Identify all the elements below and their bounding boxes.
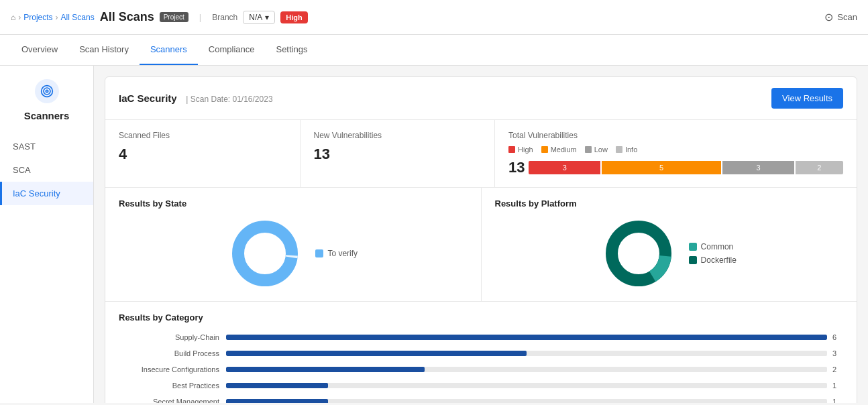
category-bar-wrap-best-practices: 1 — [226, 382, 843, 390]
svg-point-1 — [44, 88, 50, 95]
category-bar-fill-best-practices — [226, 383, 328, 388]
info-dot — [616, 146, 622, 153]
tab-compliance[interactable]: Compliance — [198, 35, 266, 65]
page-title: All Scans — [100, 10, 154, 24]
category-section: Results by Category Supply-Chain 6 Build… — [105, 302, 857, 403]
view-results-button[interactable]: View Results — [771, 88, 843, 109]
category-bar-bg-build-process — [226, 351, 827, 356]
total-vuln-box: Total Vulnerabilities High Medium Low — [495, 120, 857, 187]
category-count-supply-chain: 6 — [832, 333, 843, 341]
category-bar-bg-insecure-configs — [226, 367, 827, 372]
category-count-best-practices: 1 — [832, 382, 843, 390]
legend-medium: Medium — [541, 146, 577, 154]
top-bar-left: ⌂ › Projects › All Scans All Scans Proje… — [11, 10, 308, 24]
new-vuln-value: 13 — [314, 146, 482, 163]
results-by-platform-title: Results by Platform — [495, 198, 844, 209]
branch-select[interactable]: N/A ▾ — [243, 11, 275, 24]
results-by-state-title: Results by State — [119, 198, 468, 209]
tab-overview[interactable]: Overview — [11, 35, 68, 65]
category-bar-bg-best-practices — [226, 383, 827, 388]
legend-high-label: High — [518, 146, 533, 154]
severity-badge[interactable]: High — [280, 11, 307, 23]
category-label-supply-chain: Supply-Chain — [119, 333, 219, 341]
category-bar-wrap-secret-mgmt: 1 — [226, 398, 843, 403]
sidebar-item-sca[interactable]: SCA — [0, 158, 93, 182]
category-row-supply-chain: Supply-Chain 6 — [119, 333, 843, 341]
vuln-bar: 3 5 3 2 — [529, 161, 843, 174]
category-row-build-process: Build Process 3 — [119, 349, 843, 357]
scanner-card-header: IaC Security | Scan Date: 01/16/2023 Vie… — [105, 77, 857, 120]
vuln-total-num: 13 — [508, 159, 525, 176]
donut-platform-legend: Common Dockerfile — [689, 242, 737, 265]
total-vuln-label: Total Vulnerabilities — [508, 131, 843, 140]
donut-state-legend: To verify — [315, 249, 358, 258]
dockerfile-label: Dockerfile — [701, 255, 737, 265]
vuln-legend: High Medium Low Info — [508, 146, 843, 154]
legend-low-label: Low — [594, 146, 608, 154]
category-count-secret-mgmt: 1 — [832, 398, 843, 403]
donut-state-chart — [228, 217, 302, 290]
category-bar-wrap-supply-chain: 6 — [226, 333, 843, 341]
scanner-name: IaC Security — [119, 93, 177, 104]
results-by-platform-box: Results by Platform Common — [482, 188, 857, 301]
new-vuln-label: New Vulnerabilities — [314, 131, 482, 140]
breadcrumb-arrow-1: › — [18, 13, 21, 22]
common-dot — [689, 243, 697, 251]
sidebar-item-iac-security[interactable]: IaC Security — [0, 182, 93, 205]
breadcrumb-projects[interactable]: Projects — [23, 13, 52, 22]
donut-platform-container: Common Dockerfile — [495, 217, 844, 290]
category-bar-wrap-insecure-configs: 2 — [226, 365, 843, 373]
branch-value: N/A — [249, 13, 262, 22]
category-count-build-process: 3 — [832, 349, 843, 357]
scanners-icon — [35, 79, 59, 103]
content-area: IaC Security | Scan Date: 01/16/2023 Vie… — [94, 66, 868, 403]
legend-high: High — [508, 146, 533, 154]
tab-scan-history[interactable]: Scan History — [68, 35, 140, 65]
tab-settings[interactable]: Settings — [265, 35, 318, 65]
separator-1: | — [199, 12, 201, 22]
category-bar-fill-secret-mgmt — [226, 399, 328, 403]
category-bar-fill-insecure-configs — [226, 367, 425, 372]
category-bars: Supply-Chain 6 Build Process — [119, 333, 843, 403]
category-bar-bg-secret-mgmt — [226, 399, 827, 403]
category-title: Results by Category — [119, 312, 843, 323]
home-icon[interactable]: ⌂ — [11, 13, 15, 22]
dockerfile-dot — [689, 256, 697, 264]
vuln-bar-row: 13 3 5 3 2 — [508, 159, 843, 176]
vuln-seg-high: 3 — [529, 161, 600, 174]
results-by-state-box: Results by State To verify — [105, 188, 482, 301]
to-verify-label: To verify — [327, 249, 358, 258]
donut-state-container: To verify — [119, 217, 468, 290]
legend-dockerfile: Dockerfile — [689, 255, 737, 265]
breadcrumb-all-scans[interactable]: All Scans — [61, 13, 95, 22]
breadcrumb-arrow-2: › — [56, 13, 58, 22]
scanner-header-info: IaC Security | Scan Date: 01/16/2023 — [119, 93, 273, 104]
stats-row: Scanned Files 4 New Vulnerabilities 13 T… — [105, 120, 857, 188]
scan-button[interactable]: ⊙ Scan — [824, 11, 857, 23]
category-row-best-practices: Best Practices 1 — [119, 382, 843, 390]
legend-medium-label: Medium — [551, 146, 577, 154]
legend-info: Info — [616, 146, 637, 154]
svg-point-3 — [238, 227, 292, 280]
nav-tabs: Overview Scan History Scanners Complianc… — [0, 35, 868, 66]
vuln-seg-low: 3 — [722, 161, 794, 174]
category-label-secret-mgmt: Secret Management — [119, 398, 219, 403]
sidebar: Scanners SAST SCA IaC Security — [0, 66, 94, 403]
category-row-insecure-configs: Insecure Configurations 2 — [119, 365, 843, 373]
sidebar-item-sast[interactable]: SAST — [0, 135, 93, 158]
scanned-files-value: 4 — [119, 146, 286, 163]
breadcrumb: ⌂ › Projects › All Scans — [11, 13, 95, 22]
scanned-files-box: Scanned Files 4 — [105, 120, 301, 187]
vuln-seg-info: 2 — [796, 161, 843, 174]
donut-platform-chart — [602, 217, 675, 290]
tab-scanners[interactable]: Scanners — [140, 35, 198, 65]
category-count-insecure-configs: 2 — [832, 365, 843, 373]
branch-label: Branch — [212, 13, 237, 22]
category-label-build-process: Build Process — [119, 349, 219, 357]
new-vuln-box: New Vulnerabilities 13 — [301, 120, 496, 187]
scan-date: | Scan Date: 01/16/2023 — [186, 95, 272, 104]
scan-button-label: Scan — [837, 12, 857, 22]
scanner-card: IaC Security | Scan Date: 01/16/2023 Vie… — [105, 76, 857, 403]
main-layout: Scanners SAST SCA IaC Security IaC Secur… — [0, 66, 868, 403]
legend-low: Low — [585, 146, 608, 154]
